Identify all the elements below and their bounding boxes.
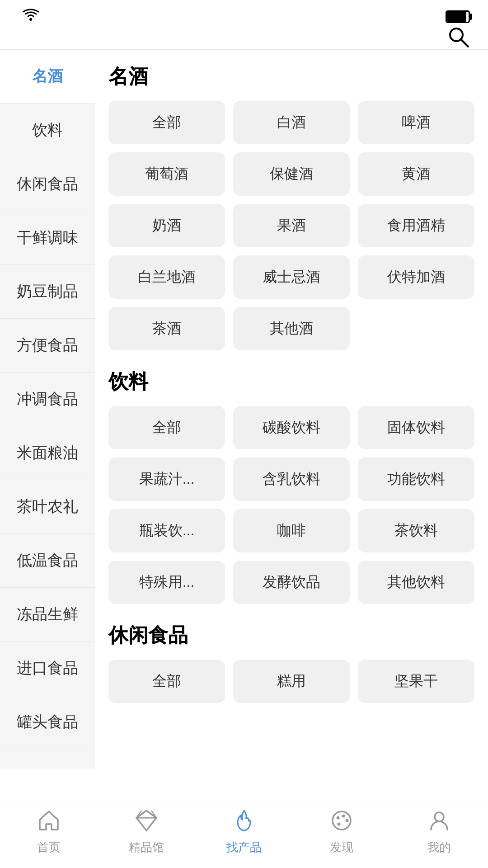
status-bar <box>0 0 488 29</box>
tag-button[interactable]: 食用酒精 <box>358 204 474 247</box>
tab-label-discover: 发现 <box>330 840 353 855</box>
tag-button[interactable]: 果酒 <box>233 204 350 247</box>
fire-icon <box>232 809 256 836</box>
tag-button[interactable]: 果蔬汁... <box>108 458 225 501</box>
home-icon <box>37 809 61 836</box>
svg-point-0 <box>29 18 32 21</box>
tag-button[interactable]: 全部 <box>108 660 225 703</box>
sidebar-item-chongtiao[interactable]: 冲调食品 <box>0 373 95 426</box>
svg-line-2 <box>461 39 468 47</box>
tab-discover[interactable]: 发现 <box>293 809 390 855</box>
sidebar-item-naidou[interactable]: 奶豆制品 <box>0 265 95 319</box>
tags-grid-xiuxian: 全部糕用坚果干 <box>108 660 474 703</box>
battery-icon <box>446 10 470 23</box>
main-layout: 名酒饮料休闲食品干鲜调味奶豆制品方便食品冲调食品米面粮油茶叶农礼低温食品冻品生鲜… <box>0 50 488 769</box>
person-icon <box>427 809 451 836</box>
tag-button[interactable]: 保健酒 <box>233 152 350 196</box>
sidebar-item-fangbian[interactable]: 方便食品 <box>0 319 95 373</box>
tab-bar: 首页精品馆找产品发现我的 <box>0 805 488 868</box>
tags-grid-mingjiu: 全部白酒啤酒葡萄酒保健酒黄酒奶酒果酒食用酒精白兰地酒威士忌酒伏特加酒茶酒其他酒 <box>108 101 474 350</box>
tag-button[interactable]: 啤酒 <box>358 101 474 144</box>
status-carrier <box>18 8 39 25</box>
tags-grid-yinliao: 全部碳酸饮料固体饮料果蔬汁...含乳饮料功能饮料瓶装饮...咖啡茶饮料特殊用..… <box>108 406 474 604</box>
category-title-yinliao: 饮料 <box>108 368 474 395</box>
sidebar-item-ganxian[interactable]: 干鲜调味 <box>0 211 95 265</box>
tag-button[interactable]: 奶酒 <box>108 204 225 247</box>
palette-icon <box>330 809 353 836</box>
tab-jingpin[interactable]: 精品馆 <box>98 809 195 855</box>
tag-button[interactable]: 含乳饮料 <box>233 458 350 501</box>
tag-button[interactable]: 伏特加酒 <box>358 255 474 299</box>
category-title-xiuxian: 休闲食品 <box>108 622 474 649</box>
tag-button[interactable]: 坚果干 <box>358 660 474 703</box>
diamond-icon <box>135 809 158 836</box>
tag-button[interactable]: 其他饮料 <box>358 561 474 604</box>
search-button[interactable] <box>446 25 470 54</box>
tag-button[interactable]: 威士忌酒 <box>233 255 350 299</box>
tag-button[interactable]: 黄酒 <box>358 152 474 196</box>
tab-find-product[interactable]: 找产品 <box>195 809 293 855</box>
category-section-mingjiu: 名酒全部白酒啤酒葡萄酒保健酒黄酒奶酒果酒食用酒精白兰地酒威士忌酒伏特加酒茶酒其他… <box>108 63 474 350</box>
content-area: 名酒全部白酒啤酒葡萄酒保健酒黄酒奶酒果酒食用酒精白兰地酒威士忌酒伏特加酒茶酒其他… <box>95 50 488 769</box>
tag-button[interactable]: 茶饮料 <box>358 509 474 552</box>
tag-button[interactable]: 特殊用... <box>108 561 225 604</box>
svg-point-12 <box>435 812 444 821</box>
sidebar-item-dongpin[interactable]: 冻品生鲜 <box>0 588 95 642</box>
svg-point-11 <box>338 823 341 826</box>
tag-button[interactable]: 发酵饮品 <box>233 561 350 604</box>
svg-point-10 <box>346 819 349 822</box>
category-section-xiuxian: 休闲食品全部糕用坚果干 <box>108 622 474 703</box>
tab-label-find-product: 找产品 <box>226 840 262 855</box>
tab-home[interactable]: 首页 <box>0 809 98 855</box>
tag-button[interactable]: 全部 <box>108 101 225 144</box>
top-nav <box>0 29 488 50</box>
tag-button[interactable]: 瓶装饮... <box>108 509 225 552</box>
sidebar-item-jinkou[interactable]: 进口食品 <box>0 642 95 695</box>
sidebar-item-mingjiu[interactable]: 名酒 <box>0 50 95 104</box>
svg-point-9 <box>342 815 345 818</box>
tag-button[interactable]: 功能饮料 <box>358 458 474 501</box>
sidebar-item-chaye[interactable]: 茶叶农礼 <box>0 480 95 534</box>
tag-button[interactable]: 糕用 <box>233 660 350 703</box>
tag-button[interactable]: 固体饮料 <box>358 406 474 449</box>
sidebar-item-xiuxian[interactable]: 休闲食品 <box>0 157 95 211</box>
tab-label-home: 首页 <box>37 840 61 855</box>
sidebar-item-yinliao[interactable]: 饮料 <box>0 104 95 157</box>
tag-button[interactable]: 白酒 <box>233 101 350 144</box>
sidebar-item-guantou[interactable]: 罐头食品 <box>0 695 95 749</box>
tag-button[interactable]: 白兰地酒 <box>108 255 225 299</box>
svg-point-8 <box>337 816 340 820</box>
category-section-yinliao: 饮料全部碳酸饮料固体饮料果蔬汁...含乳饮料功能饮料瓶装饮...咖啡茶饮料特殊用… <box>108 368 474 604</box>
tab-mine[interactable]: 我的 <box>390 809 488 855</box>
tab-label-jingpin: 精品馆 <box>129 840 164 855</box>
tag-button[interactable]: 碳酸饮料 <box>233 406 350 449</box>
tag-button[interactable]: 全部 <box>108 406 225 449</box>
wifi-icon <box>23 8 39 25</box>
sidebar-item-diwen[interactable]: 低温食品 <box>0 534 95 588</box>
tag-button[interactable]: 咖啡 <box>233 509 350 552</box>
sidebar: 名酒饮料休闲食品干鲜调味奶豆制品方便食品冲调食品米面粮油茶叶农礼低温食品冻品生鲜… <box>0 50 95 769</box>
category-title-mingjiu: 名酒 <box>108 63 474 90</box>
tag-button[interactable]: 葡萄酒 <box>108 152 225 196</box>
sidebar-item-mimian[interactable]: 米面粮油 <box>0 426 95 480</box>
tag-button[interactable]: 其他酒 <box>233 307 350 350</box>
tag-button[interactable]: 茶酒 <box>108 307 225 350</box>
tab-label-mine: 我的 <box>427 840 451 855</box>
